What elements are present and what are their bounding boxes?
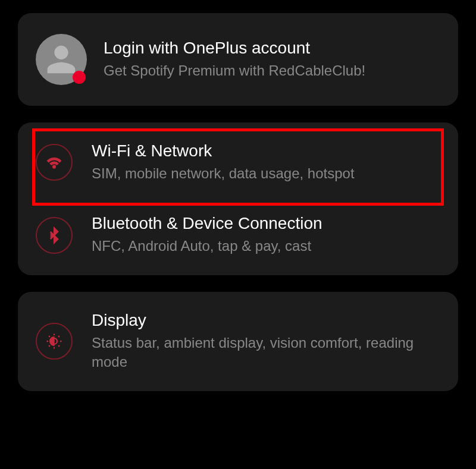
row-title: Display <box>92 311 440 330</box>
account-login-card[interactable]: Login with OnePlus account Get Spotify P… <box>18 13 458 106</box>
bluetooth-icon <box>36 217 73 254</box>
row-text: Wi-Fi & Network SIM, mobile network, dat… <box>92 141 355 183</box>
settings-row-display[interactable]: Display Status bar, ambient display, vis… <box>18 295 458 388</box>
account-text: Login with OnePlus account Get Spotify P… <box>104 39 365 80</box>
wifi-icon <box>36 144 73 181</box>
account-title: Login with OnePlus account <box>104 39 365 58</box>
avatar-wrap <box>36 34 87 85</box>
row-text: Display Status bar, ambient display, vis… <box>92 311 440 372</box>
account-subtitle: Get Spotify Premium with RedCableClub! <box>104 61 365 80</box>
row-subtitle: NFC, Android Auto, tap & pay, cast <box>92 237 322 256</box>
settings-row-bluetooth[interactable]: Bluetooth & Device Connection NFC, Andro… <box>18 199 458 271</box>
row-text: Bluetooth & Device Connection NFC, Andro… <box>92 214 322 256</box>
settings-group-connectivity: Wi-Fi & Network SIM, mobile network, dat… <box>18 122 458 275</box>
settings-group-display: Display Status bar, ambient display, vis… <box>18 292 458 391</box>
brightness-icon <box>36 323 73 360</box>
settings-row-wifi-network[interactable]: Wi-Fi & Network SIM, mobile network, dat… <box>18 126 458 199</box>
notification-badge-icon <box>73 71 86 84</box>
row-subtitle: Status bar, ambient display, vision comf… <box>92 333 440 372</box>
row-title: Bluetooth & Device Connection <box>92 214 322 233</box>
row-title: Wi-Fi & Network <box>92 141 355 160</box>
row-subtitle: SIM, mobile network, data usage, hotspot <box>92 164 355 183</box>
